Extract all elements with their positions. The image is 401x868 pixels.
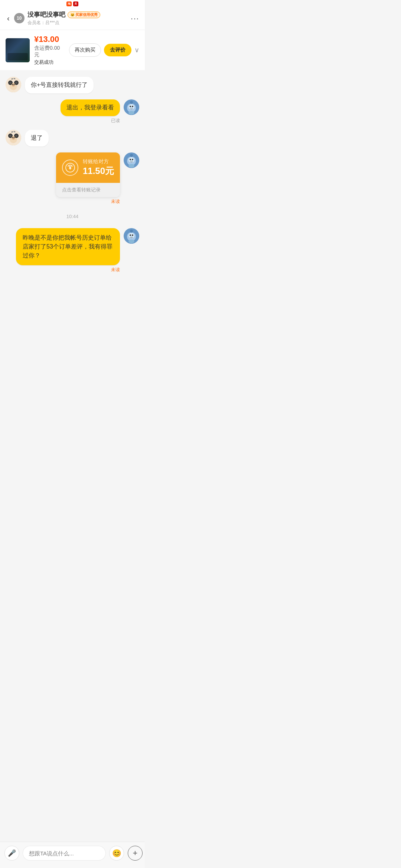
unread-count-badge: 10 <box>14 13 25 23</box>
svg-point-5 <box>15 82 17 84</box>
svg-point-29 <box>13 138 14 139</box>
order-card: ¥13.00 含运费0.00元 交易成功 再次购买 去评价 ∨ <box>0 30 145 70</box>
sender-avatar-2 <box>124 99 139 115</box>
transfer-top: ¥ 转账给对方 11.50元 <box>56 152 120 183</box>
expand-button[interactable]: ∨ <box>134 46 139 54</box>
read-status-4: 未读 <box>56 198 120 205</box>
chat-header: ‹ 10 没事吧没事吧 🐱 买家信用优秀 会员名：吕***点 ··· <box>0 7 145 30</box>
read-status-6: 未读 <box>16 267 120 273</box>
member-name: 会员名：吕***点 <box>27 20 128 26</box>
svg-point-8 <box>14 84 15 85</box>
read-status-2: 已读 <box>61 118 120 124</box>
sender-avatar-6 <box>124 228 139 244</box>
more-button[interactable]: ··· <box>131 14 139 23</box>
credit-badge: 🐱 买家信用优秀 <box>68 11 101 18</box>
buy-again-button[interactable]: 再次购买 <box>69 43 101 57</box>
svg-point-17 <box>130 107 133 109</box>
svg-point-37 <box>130 160 133 162</box>
svg-point-24 <box>9 135 12 137</box>
svg-point-27 <box>12 137 13 138</box>
msg-content-1: 你+号直接转我就行了 <box>25 77 94 93</box>
svg-point-16 <box>132 106 133 107</box>
svg-point-19 <box>130 101 133 104</box>
transfer-card[interactable]: ¥ 转账给对方 11.50元 点击查看转账记录 <box>56 152 120 197</box>
status-bar: 淘 天 <box>0 0 145 7</box>
message-received-3: 退了 <box>6 130 139 147</box>
chat-area: 你+号直接转我就行了 退出，我登录看看 已读 <box>0 73 145 312</box>
svg-point-45 <box>130 234 131 236</box>
msg-content-2: 退出，我登录看看 已读 <box>61 99 120 124</box>
svg-point-46 <box>132 234 133 236</box>
taobao-badge: 淘 <box>66 1 72 6</box>
back-button[interactable]: ‹ <box>6 13 11 24</box>
msg-content-6: 昨晚是不是你把我帐号历史订单给店家打了53个订单差评，我有得罪过你？ 未读 <box>16 228 120 273</box>
header-title: 没事吧没事吧 🐱 买家信用优秀 <box>27 10 128 19</box>
product-image <box>6 38 30 62</box>
header-info: 没事吧没事吧 🐱 买家信用优秀 会员名：吕***点 <box>27 10 128 26</box>
time-separator: 10:44 <box>6 211 139 222</box>
message-received-1: 你+号直接转我就行了 <box>6 77 139 93</box>
msg-content-3: 退了 <box>25 130 49 147</box>
receiver-avatar-1 <box>6 77 21 92</box>
receiver-avatar-3 <box>6 130 21 145</box>
svg-point-9 <box>13 85 14 86</box>
bubble-sent-6: 昨晚是不是你把我帐号历史订单给店家打了53个订单差评，我有得罪过你？ <box>16 228 120 265</box>
svg-point-18 <box>128 111 134 115</box>
shipping-label: 含运费0.00元 <box>34 45 65 58</box>
order-status: 交易成功 <box>34 59 65 66</box>
app-icons: 淘 天 <box>65 0 80 7</box>
svg-point-49 <box>130 230 133 233</box>
transfer-amount: 11.50元 <box>83 165 114 177</box>
tmall-badge: 天 <box>73 1 78 6</box>
svg-point-25 <box>15 135 17 137</box>
bubble-received-3: 退了 <box>25 130 49 147</box>
order-actions: 再次购买 去评价 ∨ <box>69 43 139 57</box>
bubble-sent-2: 退出，我登录看看 <box>61 99 120 116</box>
transfer-card-wrapper: ¥ 转账给对方 11.50元 点击查看转账记录 未读 <box>56 152 120 205</box>
svg-point-35 <box>130 159 131 160</box>
transfer-label: 转账给对方 <box>83 158 114 165</box>
svg-point-15 <box>130 106 131 107</box>
order-details: ¥13.00 含运费0.00元 交易成功 <box>34 34 65 66</box>
message-sent-6: 昨晚是不是你把我帐号历史订单给店家打了53个订单差评，我有得罪过你？ 未读 <box>6 228 139 273</box>
svg-point-39 <box>130 154 133 157</box>
svg-point-4 <box>9 82 12 84</box>
svg-point-36 <box>132 159 133 160</box>
transfer-info: 转账给对方 11.50元 <box>83 158 114 177</box>
sender-avatar-4 <box>124 152 139 168</box>
transfer-record-link[interactable]: 点击查看转账记录 <box>56 183 120 197</box>
svg-point-26 <box>12 136 15 140</box>
svg-point-28 <box>14 137 15 138</box>
svg-point-6 <box>12 83 15 87</box>
svg-point-7 <box>12 84 13 85</box>
order-price: ¥13.00 <box>34 34 65 44</box>
svg-point-38 <box>128 164 134 168</box>
contact-name: 没事吧没事吧 <box>27 10 65 19</box>
svg-point-48 <box>128 240 134 243</box>
bubble-received-1: 你+号直接转我就行了 <box>25 77 94 93</box>
transfer-icon: ¥ <box>62 160 78 176</box>
message-sent-2: 退出，我登录看看 已读 <box>6 99 139 124</box>
svg-point-47 <box>130 236 133 237</box>
review-button[interactable]: 去评价 <box>104 44 131 56</box>
transfer-message: ¥ 转账给对方 11.50元 点击查看转账记录 未读 <box>6 152 139 205</box>
